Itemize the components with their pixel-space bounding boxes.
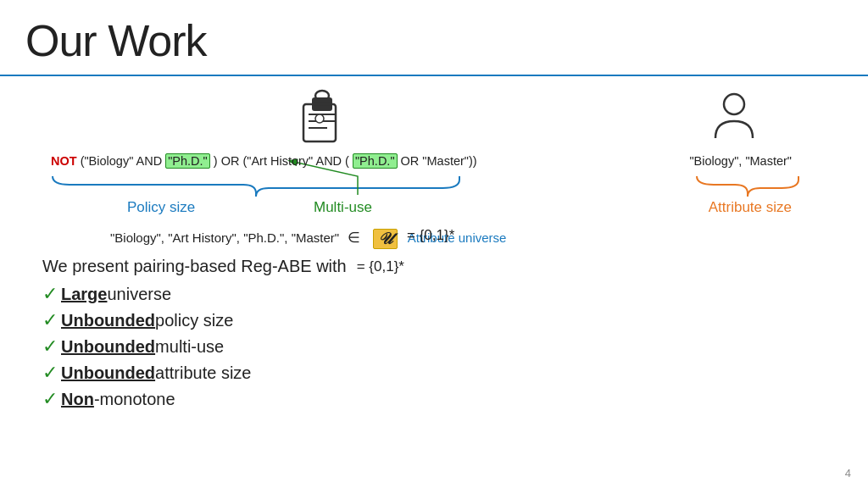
- rest-1: policy size: [155, 311, 233, 330]
- list-item-1: ✓ Unbounded policy size: [42, 309, 843, 331]
- attr-list-text: "Biology", "Art History", "Ph.D.", "Mast…: [110, 230, 339, 245]
- check-4: ✓: [42, 388, 58, 410]
- bold-1: Unbounded: [61, 311, 155, 330]
- element-symbol: ∈: [348, 230, 360, 246]
- check-1: ✓: [42, 309, 58, 331]
- phd-highlight-2: "Ph.D.": [353, 153, 398, 169]
- bold-4: Non: [61, 390, 94, 409]
- not-keyword: NOT: [51, 154, 77, 168]
- page-title: Our Work: [25, 15, 843, 66]
- person-icon: [711, 92, 758, 152]
- multiuse-label: Multi-use: [314, 199, 372, 216]
- list-item-4: ✓ Non -monotone: [42, 388, 843, 410]
- bold-0: Large: [61, 285, 107, 304]
- diagram-area: NOT ("Biology" AND "Ph.D." ) OR ("Art Hi…: [25, 85, 843, 250]
- universe-symbol: 𝒰: [373, 229, 398, 249]
- svg-point-6: [315, 114, 324, 123]
- header: Our Work: [0, 0, 868, 76]
- rest-0: universe: [107, 285, 171, 304]
- bold-3: Unbounded: [61, 363, 155, 383]
- policy-text-2: ) OR ("Art History" AND (: [214, 154, 349, 168]
- intro-line: We present pairing-based Reg-ABE with = …: [42, 257, 843, 276]
- rest-3: attribute size: [155, 363, 251, 383]
- intro-text: We present pairing-based Reg-ABE with: [42, 257, 347, 276]
- rest-4: -monotone: [94, 390, 175, 409]
- page-number: 4: [845, 467, 851, 480]
- person-label: "Biology", "Master": [689, 154, 792, 168]
- policy-size-label: Policy size: [127, 199, 195, 216]
- check-3: ✓: [42, 362, 58, 384]
- svg-point-7: [724, 94, 744, 114]
- main-content: NOT ("Biology" AND "Ph.D." ) OR ("Art Hi…: [0, 76, 868, 410]
- check-2: ✓: [42, 336, 58, 358]
- policy-text-1: ("Biology" AND: [81, 154, 166, 168]
- features-section: We present pairing-based Reg-ABE with = …: [25, 250, 843, 410]
- list-item-0: ✓ Large universe: [42, 283, 843, 305]
- list-item-2: ✓ Unbounded multi-use: [42, 336, 843, 358]
- phd-highlight-1: "Ph.D.": [165, 153, 210, 169]
- bold-2: Unbounded: [61, 337, 155, 357]
- equals-set-inline: = {0,1}*: [357, 258, 404, 275]
- check-0: ✓: [42, 283, 58, 305]
- document-icon: [297, 89, 348, 154]
- equals-line: = {0,1}*: [407, 227, 454, 244]
- rest-2: multi-use: [155, 337, 224, 357]
- attr-size-label: Attribute size: [709, 199, 792, 216]
- list-item-3: ✓ Unbounded attribute size: [42, 362, 843, 384]
- policy-line: NOT ("Biology" AND "Ph.D." ) OR ("Art Hi…: [51, 154, 477, 168]
- policy-text-3: OR "Master")): [401, 154, 477, 168]
